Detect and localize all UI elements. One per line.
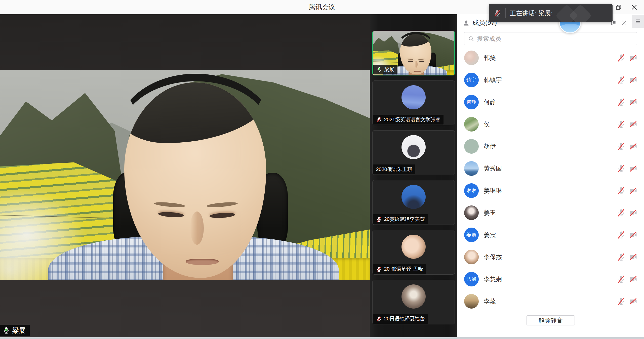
speaker-name: 梁展 [12,326,26,335]
mic-muted-icon[interactable] [617,54,625,62]
video-frame [0,70,370,280]
avatar [464,117,479,132]
close-panel-button[interactable] [620,18,628,27]
mic-muted-icon[interactable] [617,164,625,173]
mic-muted-icon[interactable] [617,186,625,195]
member-name: 侯 [484,120,617,128]
member-row[interactable]: 慧娴 李慧娴 [457,268,644,290]
member-row[interactable]: 侯 [457,113,644,135]
camera-off-icon[interactable] [629,297,637,306]
member-name: 姜震 [484,231,617,239]
camera-off-icon[interactable] [629,253,637,261]
camera-off-icon[interactable] [629,231,637,239]
participant-tile-label: 梁展 [373,65,397,74]
participant-tile[interactable]: 20英语笔译李美萱 [372,180,455,225]
mic-muted-icon[interactable] [617,98,625,106]
member-search-box[interactable] [464,32,637,45]
participant-avatar [401,284,426,309]
member-name: 何静 [484,98,617,106]
participant-avatar [401,235,426,259]
camera-off-icon[interactable] [629,142,637,151]
participant-tile-label: 20-俄语笔译-孟晓 [373,264,426,274]
mic-muted-icon[interactable] [617,297,625,306]
member-row[interactable]: 镇宇 韩镇宇 [457,69,644,91]
main-video-stage[interactable]: 梁展 [0,14,370,337]
search-input[interactable] [477,35,633,42]
avatar: 镇宇 [464,73,479,87]
member-name: 胡伊 [484,142,617,150]
member-row[interactable]: 姜震 姜震 [457,224,644,246]
camera-off-icon[interactable] [629,275,637,283]
member-row[interactable]: 姜玉 [457,202,644,224]
speaking-toast: 正在讲话: 梁展; [489,4,613,22]
headphone-band [398,32,433,57]
mic-muted-icon[interactable] [617,120,625,129]
member-row[interactable]: 琳琳 姜琳琳 [457,180,644,202]
hamburger-icon [635,18,641,25]
participant-name: 2020俄语朱玉琪 [376,166,413,173]
camera-off-icon[interactable] [629,76,637,84]
member-row[interactable]: 何静 何静 [457,91,644,113]
eyebrow-left [407,59,414,60]
participant-tile[interactable]: 20日语笔译夏福蕾 [372,280,455,324]
camera-off-icon[interactable] [629,120,637,129]
mic-muted-icon[interactable] [617,76,625,84]
member-list[interactable]: 韩笑 镇宇 韩镇宇 何静 何静 [457,47,644,313]
speaker-person [0,70,370,280]
speaking-label: 正在讲话: 梁展; [510,9,553,17]
camera-off-icon[interactable] [629,98,637,106]
member-name: 韩镇宇 [484,76,617,84]
avatar: 琳琳 [464,183,479,198]
member-row[interactable]: 黄秀国 [457,157,644,180]
member-name: 姜玉 [484,209,617,217]
mic-muted-icon[interactable] [617,231,625,239]
participant-tile[interactable]: 20-俄语笔译-孟晓 [372,230,455,275]
mic-muted-icon [376,316,382,322]
participant-name: 20日语笔译夏福蕾 [384,315,425,322]
participant-avatar [401,135,426,159]
camera-off-icon[interactable] [629,164,637,173]
avatar: 姜震 [464,228,479,242]
close-window-button[interactable] [630,4,638,11]
participant-name: 2021级英语语言文学张睿 [384,116,441,123]
participant-tile-label: 20日语笔译夏福蕾 [373,314,428,324]
mic-on-icon [3,327,10,334]
members-panel: 成员(97) 韩笑 [457,14,644,337]
members-panel-footer: 解除静音 [457,311,644,337]
avatar [464,139,479,154]
eye-left [158,211,184,218]
participant-tile[interactable]: 梁展 [372,31,455,75]
camera-off-icon[interactable] [629,54,637,62]
mic-muted-icon[interactable] [617,208,625,217]
camera-off-icon[interactable] [629,208,637,217]
eye-right [209,212,235,219]
panel-menu-button[interactable] [632,15,644,28]
avatar: 何静 [464,95,479,109]
member-row[interactable]: 韩笑 [457,47,644,69]
avatar: 慧娴 [464,272,479,286]
mic-muted-icon[interactable] [617,253,625,261]
divider [505,8,506,18]
eyebrow-right [418,59,425,60]
mic-muted-icon [376,266,382,272]
mic-on-icon [376,67,382,73]
mic-muted-icon[interactable] [617,142,625,151]
mic-muted-icon [376,216,382,222]
member-name: 姜琳琳 [484,187,617,195]
participant-tile[interactable]: 2021级英语语言文学张睿 [372,80,455,125]
participant-tile-label: 20英语笔译李美萱 [373,214,428,224]
member-name: 李保杰 [484,253,617,261]
camera-off-icon[interactable] [629,186,637,195]
member-name: 黄秀国 [484,164,617,173]
member-row[interactable]: 胡伊 [457,135,644,157]
participant-filmstrip[interactable]: 梁展 2021级英语语言文学张睿2020俄语朱玉琪 20英语笔译李美萱 20-俄… [370,14,457,337]
member-row[interactable]: 李蕊 [457,290,644,312]
restore-window-button[interactable] [615,4,622,11]
member-row[interactable]: 李保杰 [457,246,644,268]
restore-icon [615,4,622,11]
unmute-button[interactable]: 解除静音 [527,315,575,325]
member-name: 李蕊 [484,297,617,305]
participant-tile[interactable]: 2020俄语朱玉琪 [372,130,455,175]
avatar [464,294,479,309]
mic-muted-icon[interactable] [617,275,625,283]
